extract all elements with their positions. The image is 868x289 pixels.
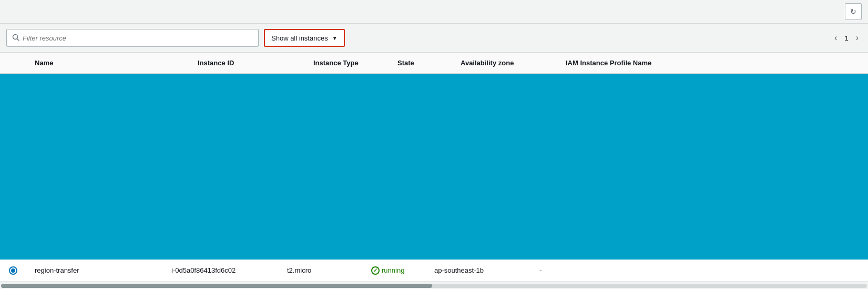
row-availability-zone: ap-southeast-1b [426, 264, 531, 276]
chevron-left-icon: ‹ [834, 33, 837, 43]
chevron-right-icon: › [856, 33, 859, 43]
scrollbar-track [1, 284, 867, 288]
th-instance-id: Instance ID [189, 57, 305, 69]
state-running-badge: ✓ running [371, 266, 417, 275]
refresh-button[interactable]: ↻ [845, 3, 862, 20]
row-name: region-transfer [26, 264, 163, 276]
top-bar: ↻ [0, 0, 868, 24]
state-label: running [382, 266, 404, 274]
radio-button-selected [9, 266, 17, 275]
search-input[interactable] [23, 34, 253, 42]
th-select [0, 61, 26, 65]
radio-inner [11, 268, 15, 273]
chevron-down-icon: ▼ [332, 35, 338, 41]
row-state: ✓ running [363, 264, 426, 277]
selected-row-highlight [0, 74, 868, 260]
table-row[interactable]: region-transfer i-0d5a0f86413fd6c02 t2.m… [0, 260, 868, 282]
pagination-controls: ‹ 1 › [831, 31, 862, 45]
horizontal-scrollbar[interactable] [0, 282, 868, 289]
show-all-instances-dropdown[interactable]: Show all instances ▼ [264, 29, 345, 47]
dropdown-label: Show all instances [271, 34, 328, 42]
th-availability-zone: Availability zone [452, 57, 557, 69]
toolbar: Show all instances ▼ ‹ 1 › [0, 24, 868, 53]
th-state: State [389, 57, 452, 69]
th-instance-type: Instance Type [305, 57, 389, 69]
refresh-icon: ↻ [850, 7, 856, 16]
next-page-button[interactable]: › [853, 31, 862, 45]
search-icon [12, 34, 19, 43]
running-status-icon: ✓ [371, 266, 380, 275]
row-radio[interactable] [0, 264, 26, 277]
row-instance-id: i-0d5a0f86413fd6c02 [163, 264, 279, 276]
row-instance-type: t2.micro [279, 264, 363, 276]
scrollbar-thumb[interactable] [1, 284, 432, 288]
main-container: ↻ Show all instances ▼ ‹ 1 › [0, 0, 868, 289]
row-iam-profile: - [531, 264, 868, 276]
prev-page-button[interactable]: ‹ [831, 31, 840, 45]
th-name: Name [26, 57, 189, 69]
search-wrapper [6, 29, 259, 47]
page-number: 1 [842, 34, 850, 42]
table-header: Name Instance ID Instance Type State Ava… [0, 53, 868, 74]
svg-line-1 [17, 38, 19, 41]
th-iam-profile: IAM Instance Profile Name [557, 57, 868, 69]
